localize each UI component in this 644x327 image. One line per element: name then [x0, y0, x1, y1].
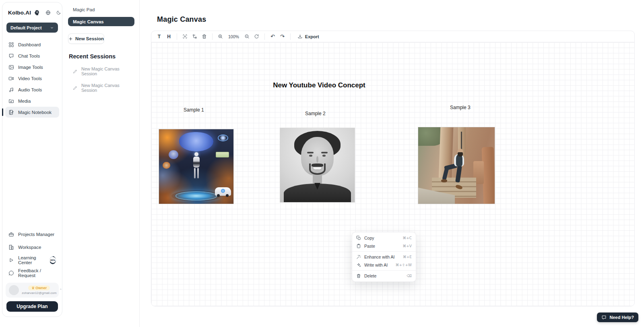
sample-3-image[interactable] [418, 127, 495, 204]
connector-flow-tool-button[interactable] [190, 32, 199, 41]
magic-canvas-container: T H 100% ↶ ↷ Export New Youtube Video Co… [151, 31, 635, 306]
role-badge: ♛Owner [28, 286, 50, 290]
portrait-brow-shape [307, 152, 314, 153]
workspace-icon [8, 244, 14, 250]
sample-2-label[interactable]: Sample 2 [305, 111, 326, 116]
portrait-neck-shape [313, 174, 322, 184]
eye-glyph-shape [218, 135, 228, 141]
shortcut-hint: ⌫ [407, 274, 412, 278]
text-tool-button[interactable]: T [155, 32, 164, 41]
avatar [9, 285, 19, 295]
toolbar-divider [177, 33, 177, 40]
sidebar-bottom-nav: Projects Manager Workspace Learning Cent… [2, 228, 62, 279]
heading-tool-button[interactable]: H [164, 32, 173, 41]
context-menu-item-paste[interactable]: Paste ⌘+V [352, 242, 416, 250]
sidebar-item-magic-notebook[interactable]: Magic Notebook [5, 107, 59, 118]
upgrade-plan-button[interactable]: Upgrade Plan [6, 301, 58, 312]
sidebar-item-workspace[interactable]: Workspace [5, 241, 59, 253]
context-menu-item-label: Paste [364, 244, 399, 248]
user-info: ♛Owner zoharvan12@gmail.com [22, 286, 56, 295]
user-account-card[interactable]: ♛Owner zoharvan12@gmail.com ⌃ [6, 283, 59, 298]
robot-leg-shape [194, 168, 196, 178]
context-menu-item-delete[interactable]: Delete ⌫ [352, 272, 416, 280]
sidebar-item-label: Feedback / Request [18, 268, 56, 278]
delete-tool-button[interactable] [200, 32, 209, 41]
sample-1-image[interactable] [159, 129, 234, 204]
write-ai-icon [356, 263, 361, 267]
redo-button[interactable]: ↷ [278, 32, 287, 41]
heart-glyph-shape [169, 150, 178, 159]
sidebar-item-learning-center[interactable]: Learning Center 66% [5, 254, 59, 266]
digital-brain-shape [179, 132, 213, 151]
board-title-text[interactable]: New Youtube Video Concept [267, 81, 372, 89]
tab-magic-pad[interactable]: Magic Pad [63, 6, 139, 13]
sidebar-item-label: Audio Tools [18, 87, 42, 92]
futuristic-car-shape [215, 187, 231, 195]
glowing-platform-shape [171, 190, 221, 202]
export-button[interactable]: Export [297, 34, 319, 39]
dashboard-icon [8, 42, 14, 48]
robot-leg-shape [197, 168, 199, 178]
recent-session-item[interactable]: New Magic Canvas Session [63, 66, 139, 76]
new-session-label: New Session [75, 36, 104, 41]
sidebar-item-dashboard[interactable]: Dashboard [5, 39, 59, 50]
sample-2-image[interactable] [280, 128, 355, 203]
sidebar-item-label: Magic Notebook [18, 110, 52, 115]
sample-3-label[interactable]: Sample 3 [450, 105, 471, 110]
context-menu-item-write-with-ai[interactable]: Write with AI ⌘+⇧+W [352, 261, 416, 269]
tab-magic-canvas[interactable]: Magic Canvas [68, 17, 134, 26]
plus-icon [68, 37, 73, 41]
pencil-icon [73, 85, 78, 90]
context-menu-item-label: Delete [364, 273, 403, 278]
select-scan-tool-button[interactable] [180, 32, 190, 41]
page-title: Magic Canvas [157, 15, 206, 24]
chat-tools-icon [8, 53, 14, 59]
need-help-button[interactable]: Need Help? [597, 313, 638, 322]
sidebar-item-audio-tools[interactable]: Audio Tools [5, 84, 59, 95]
sidebar-item-projects-manager[interactable]: Projects Manager [5, 228, 59, 240]
zoom-out-button[interactable] [242, 32, 252, 41]
recent-session-item[interactable]: New Magic Canvas Session [63, 83, 139, 93]
shortcut-hint: ⌘+V [402, 244, 412, 248]
recent-sessions-heading: Recent Sessions [69, 53, 139, 60]
dark-mode-moon-icon[interactable] [56, 10, 61, 15]
context-menu-item-label: Copy [364, 236, 399, 240]
sidebar-item-video-tools[interactable]: Video Tools [5, 73, 59, 84]
sidebar-item-label: Media [18, 99, 31, 103]
portrait-eye-shape [309, 155, 312, 157]
brain-logo-icon [34, 10, 40, 16]
banknote-shape [216, 152, 229, 158]
delete-icon [356, 273, 361, 278]
portrait-mustache-shape [312, 164, 324, 166]
help-chat-icon [601, 315, 607, 320]
toolbar-divider [264, 33, 265, 40]
sidebar-item-feedback[interactable]: Feedback / Request [5, 267, 59, 279]
sidebar-item-label: Projects Manager [18, 232, 54, 237]
canvas-grid[interactable]: New Youtube Video Concept Sample 1 Sampl… [151, 42, 634, 306]
session-item-label: New Magic Canvas Session [81, 83, 134, 93]
sample-1-label[interactable]: Sample 1 [184, 107, 204, 113]
sidebar-item-chat-tools[interactable]: Chat Tools [5, 50, 59, 61]
undo-button[interactable]: ↶ [268, 32, 277, 41]
sidebar-item-media[interactable]: Media [5, 95, 59, 106]
zoom-level-value[interactable]: 100% [225, 34, 242, 39]
zoom-in-button[interactable] [216, 32, 225, 41]
project-selector-dropdown[interactable]: Default Project [6, 23, 58, 33]
sidebar-item-image-tools[interactable]: Image Tools [5, 62, 59, 72]
context-menu-divider [352, 251, 416, 252]
sidebar-item-label: Learning Center [18, 255, 45, 265]
language-globe-icon[interactable] [45, 10, 51, 15]
new-session-button[interactable]: New Session [68, 33, 104, 44]
audio-tools-icon [8, 87, 14, 93]
portrait-smile-shape [313, 167, 321, 170]
role-badge-label: Owner [35, 286, 47, 290]
projects-manager-icon [8, 232, 14, 237]
context-menu-item-enhance-with-ai[interactable]: Enhance with AI ⌘+E [352, 253, 416, 261]
context-menu-item-label: Enhance with AI [364, 255, 400, 259]
reset-rotate-button[interactable] [252, 32, 261, 41]
canvas-toolbar: T H 100% ↶ ↷ Export [151, 31, 634, 42]
man-shoe-shape [441, 179, 447, 182]
sidebar-item-label: Dashboard [18, 42, 41, 47]
context-menu-item-copy[interactable]: Copy ⌘+C [352, 234, 416, 242]
shortcut-hint: ⌘+C [402, 236, 412, 240]
